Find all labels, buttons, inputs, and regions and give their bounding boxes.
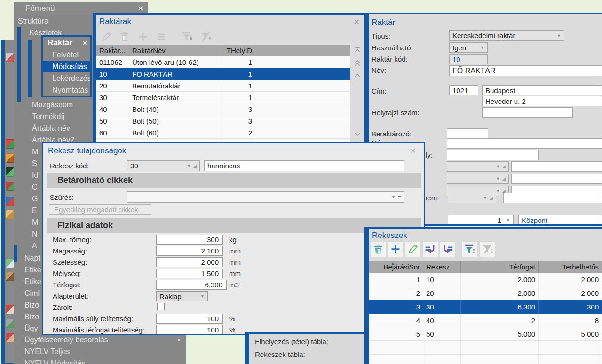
table-row[interactable]: 44028 xyxy=(369,314,602,327)
value-field[interactable]: 6,300 xyxy=(156,280,227,290)
table-cell: 2.000 xyxy=(461,273,539,286)
edit-icon[interactable] xyxy=(100,31,112,43)
cim-city-field[interactable]: Budapest xyxy=(482,85,602,95)
value-field[interactable]: 100 xyxy=(156,314,223,324)
close-icon[interactable]: ✕ xyxy=(137,4,143,13)
combo-text-1[interactable] xyxy=(511,161,602,172)
table-row[interactable]: 20Bemutatóraktár1 xyxy=(96,80,350,92)
nev2-field[interactable] xyxy=(447,138,602,149)
helyrajzi-field[interactable] xyxy=(482,107,573,118)
column-header[interactable]: THelyID xyxy=(220,45,255,56)
table-row[interactable]: 5505.0005.000 xyxy=(369,327,602,341)
filter-icon[interactable] xyxy=(181,31,193,43)
app-icon-6[interactable] xyxy=(6,197,14,206)
app-icon-12[interactable] xyxy=(6,333,14,342)
submenu-item[interactable]: Módosítás xyxy=(43,61,90,72)
delete-icon[interactable] xyxy=(370,241,386,257)
close-icon[interactable]: ✕ xyxy=(410,146,416,155)
table-row[interactable]: 1102.0002.000 xyxy=(369,273,602,286)
submenu-item[interactable]: Felvétel xyxy=(43,49,90,61)
rekesz-kod-select[interactable]: 30 ▼ ◢ xyxy=(127,160,200,171)
app-icon-8[interactable] xyxy=(6,259,14,268)
column-header[interactable]: Raktár...▲ xyxy=(96,45,129,56)
nev-field[interactable]: FŐ RAKTÁR xyxy=(449,65,602,76)
value-field[interactable]: 2.100 xyxy=(156,246,223,256)
alapterulet-select[interactable]: Raklap▼ xyxy=(156,291,208,301)
table-cell: 10 xyxy=(96,68,129,79)
telephely-name-field[interactable]: Központ xyxy=(518,215,602,225)
menu-item[interactable]: Ügyfélszemély besorolás▸ xyxy=(14,334,186,346)
table-row[interactable]: 10FŐ RAKTÁR1 xyxy=(96,68,350,80)
hely-field[interactable] xyxy=(447,150,539,160)
app-icon-7[interactable] xyxy=(6,210,14,219)
import-icon[interactable] xyxy=(422,241,438,257)
submenu-item[interactable]: Lekérdezés xyxy=(43,72,90,84)
table-row-empty[interactable] xyxy=(369,355,602,364)
table-row[interactable]: 40Bolt (40)3 xyxy=(96,103,350,115)
rekesz-nev-field[interactable]: harmincas xyxy=(204,160,404,171)
menu-item[interactable]: NYELV Módosítás xyxy=(14,357,186,364)
column-header[interactable]: BejárásiSor▲ xyxy=(369,261,423,273)
combo-select-2[interactable]: ▼ ◢ xyxy=(447,174,509,184)
app-icon-4[interactable] xyxy=(6,167,14,177)
export-icon[interactable] xyxy=(440,241,456,257)
column-header[interactable] xyxy=(255,45,350,56)
beraktarozo-field[interactable] xyxy=(447,128,488,139)
column-header[interactable]: Terhelhetős xyxy=(539,261,602,273)
app-icon-3[interactable] xyxy=(6,153,14,163)
scrollbar[interactable] xyxy=(350,45,364,147)
app-icon-5[interactable] xyxy=(6,182,14,191)
tipus-select[interactable]: Kereskedelmi raktár ▼ xyxy=(449,30,564,41)
scroll-down-icon[interactable] xyxy=(354,131,361,138)
app-icon-2[interactable] xyxy=(6,139,14,149)
filter-off-icon[interactable] xyxy=(199,31,212,43)
table-row-empty[interactable] xyxy=(369,341,602,355)
table-cell: 10 xyxy=(423,273,461,286)
app-icon-10[interactable] xyxy=(6,305,14,314)
cim-zip-field[interactable]: 1021 xyxy=(449,85,478,95)
filter-icon[interactable] xyxy=(462,241,478,257)
scroll-page-up-icon[interactable] xyxy=(354,60,361,66)
raktarak-table-header: Raktár...▲RaktárNévTHelyID xyxy=(96,45,350,56)
app-icon-11[interactable] xyxy=(6,319,14,328)
menu-icon[interactable] xyxy=(155,31,167,43)
raktar-kod-field[interactable]: 10 xyxy=(449,54,488,64)
value-field[interactable]: 100 xyxy=(156,325,223,335)
nem-select[interactable]: ▼ ◢ xyxy=(448,193,496,203)
table-row[interactable]: 50Bolt (50)3 xyxy=(96,115,350,127)
combo-text-2[interactable] xyxy=(511,174,602,184)
submenu-item[interactable]: Nyomtatás xyxy=(43,84,90,96)
add-icon[interactable] xyxy=(388,241,404,257)
value-field[interactable]: 300 xyxy=(156,235,223,245)
delete-icon[interactable] xyxy=(119,31,131,43)
app-icon-9[interactable] xyxy=(6,272,14,281)
scroll-to-top-icon[interactable] xyxy=(354,47,361,53)
table-row[interactable]: 60Bolt (60)2 xyxy=(96,127,350,139)
table-row[interactable]: 3306,300300 xyxy=(369,300,602,314)
table-cell xyxy=(461,355,539,364)
close-icon[interactable]: ✕ xyxy=(354,17,360,26)
filter-off-icon[interactable] xyxy=(479,241,495,257)
scroll-up-icon[interactable] xyxy=(354,72,361,79)
column-header[interactable]: RaktárNév xyxy=(129,45,220,56)
edit-icon[interactable] xyxy=(405,241,421,257)
table-row[interactable]: 30Termelésraktár1 xyxy=(96,92,350,103)
telephely-num-select[interactable]: 1 ▼ xyxy=(448,215,514,225)
cim-street-field[interactable]: Heveder u. 2 xyxy=(482,96,602,106)
menu-item[interactable]: NYELV Teljes xyxy=(14,346,186,357)
value-field[interactable]: 1.500 xyxy=(156,269,223,278)
table-row[interactable]: 2202.0002.000 xyxy=(369,286,602,300)
value-field[interactable]: 2.000 xyxy=(156,257,223,267)
add-icon[interactable] xyxy=(137,31,149,43)
szures-select[interactable]: ▼ = xyxy=(127,191,404,203)
column-header[interactable]: Térfogat xyxy=(461,261,539,273)
column-header[interactable]: Rekesz... xyxy=(423,261,461,273)
table-row[interactable]: 011062Úton lévő áru (10-62)1 xyxy=(96,56,350,68)
egyedileg-megadott-cikkek-button[interactable]: Egyedileg megadott cikkek xyxy=(49,204,151,215)
close-icon[interactable]: ✕ xyxy=(82,40,87,47)
app-icon-1[interactable] xyxy=(6,53,14,62)
nem-text[interactable] xyxy=(503,193,602,203)
zarolt-checkbox[interactable] xyxy=(157,303,165,310)
hasznalhato-select[interactable]: Igen ▼ xyxy=(449,42,488,53)
combo-select-1[interactable]: ▼ ◢ xyxy=(447,161,509,172)
